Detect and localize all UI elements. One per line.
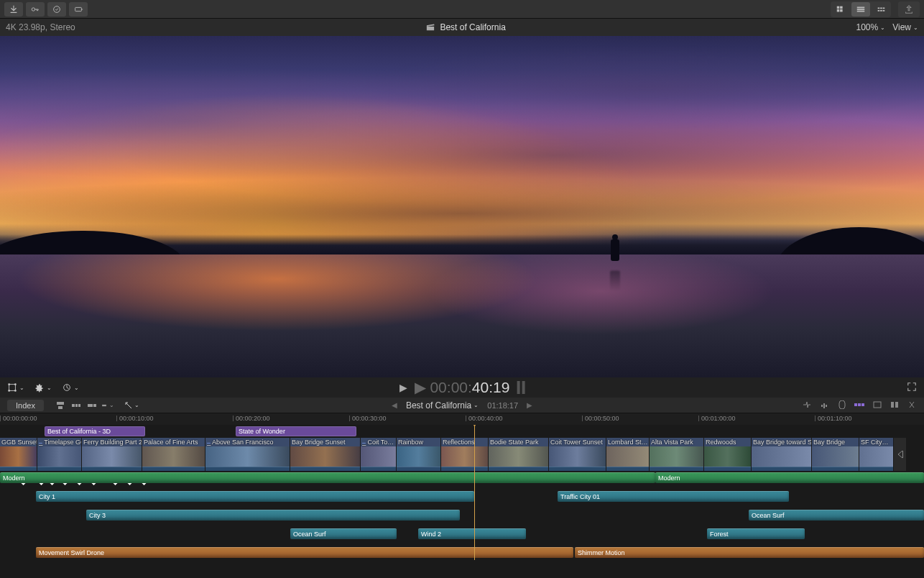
- svg-rect-9: [857, 10, 865, 12]
- video-clip[interactable]: Reflections: [441, 438, 489, 471]
- viewer-title: Best of California: [440, 22, 505, 32]
- svg-rect-18: [72, 404, 75, 407]
- svg-rect-3: [837, 6, 840, 9]
- audio-meters-icon[interactable]: [517, 381, 525, 394]
- video-clip[interactable]: ⎯ Above San Francisco: [205, 438, 290, 471]
- primary-storyline[interactable]: GGB Sunset⎯ Timelapse GGBFerry Building …: [0, 438, 924, 471]
- audio-track[interactable]: City 1Traffic City 01: [0, 491, 924, 503]
- video-clip[interactable]: Coit Tower Sunset: [549, 438, 606, 471]
- project-prev-icon[interactable]: ◀: [392, 401, 397, 409]
- video-clip[interactable]: ⎯ Coit To…: [361, 438, 397, 471]
- svg-rect-5: [837, 9, 840, 12]
- ruler-tick: 00:00:30:00: [349, 415, 387, 422]
- ruler-tick: 00:00:50:00: [582, 415, 619, 422]
- svg-rect-27: [874, 402, 881, 408]
- video-clip[interactable]: SF City…: [859, 438, 894, 471]
- transport-bar: ⌄ ⌄ ⌄ ▶ ▶ 00:00:40:19: [0, 377, 924, 398]
- title-clip[interactable]: Best of California - 3D: [45, 426, 145, 436]
- timeline-ruler[interactable]: 00:00:00:0000:00:10:0000:00:20:0000:00:3…: [0, 413, 924, 425]
- video-clip[interactable]: Bay Bridge Sunset: [290, 438, 361, 471]
- transform-dropdown[interactable]: ⌄: [7, 382, 24, 393]
- keyword-icon[interactable]: [26, 2, 45, 17]
- timeline-end-icon: [894, 438, 907, 471]
- svg-rect-28: [891, 402, 894, 408]
- svg-rect-7: [857, 6, 865, 8]
- video-clip[interactable]: Alta Vista Park: [650, 438, 704, 471]
- project-bar: Index ⌄ ⌄ ◀ Best of California ⌄ 01:18:1…: [0, 398, 924, 413]
- video-viewer[interactable]: [0, 36, 924, 377]
- video-clip[interactable]: Bay Bridge: [812, 438, 859, 471]
- audio-clip[interactable]: City 1: [36, 491, 474, 502]
- browser-layout-group: [831, 1, 891, 17]
- video-clip[interactable]: Palace of Fine Arts: [142, 438, 205, 471]
- list-view-icon[interactable]: [851, 2, 870, 17]
- insert-clip-icon[interactable]: [70, 400, 83, 411]
- snapping-icon[interactable]: [854, 400, 865, 410]
- play-icon[interactable]: ▶: [399, 382, 407, 393]
- enhancements-icon[interactable]: [69, 2, 88, 17]
- music-clip[interactable]: Modern: [655, 472, 924, 483]
- audio-clip[interactable]: Movement Swirl Drone: [36, 547, 573, 558]
- audio-clip[interactable]: Forest: [707, 528, 805, 539]
- audio-clip[interactable]: Shimmer Motion: [575, 547, 924, 558]
- svg-rect-21: [88, 404, 93, 407]
- music-track[interactable]: ModernModern: [0, 472, 924, 484]
- clip-appearance-icon[interactable]: [872, 400, 882, 410]
- tools-dropdown[interactable]: ⌄: [124, 401, 139, 410]
- import-icon[interactable]: [4, 2, 23, 17]
- append-clip-icon[interactable]: [86, 400, 98, 411]
- audio-clip[interactable]: Wind 2: [418, 528, 526, 539]
- timeline[interactable]: Best of California - 3DState of Wonder G…: [0, 425, 924, 560]
- audio-skimming-icon[interactable]: [819, 400, 829, 410]
- trim-icon[interactable]: [907, 400, 917, 410]
- skimming-icon[interactable]: [802, 400, 812, 410]
- video-clip[interactable]: ⎯ Timelapse GGB: [37, 438, 82, 471]
- ruler-tick: 00:01:00:00: [698, 415, 736, 422]
- video-clip[interactable]: Bodie State Park: [489, 438, 549, 471]
- video-clip[interactable]: Ferry Building Part 2: [82, 438, 142, 471]
- audio-clip[interactable]: Ocean Surf: [290, 528, 397, 539]
- filmstrip-view-icon[interactable]: [872, 2, 890, 17]
- svg-rect-30: [902, 451, 903, 458]
- svg-rect-19: [75, 404, 78, 407]
- title-clip[interactable]: State of Wonder: [236, 426, 356, 436]
- audio-clip[interactable]: City 3: [86, 510, 460, 520]
- index-button[interactable]: Index: [7, 400, 44, 411]
- audio-track[interactable]: Movement Swirl DroneShimmer Motion: [0, 547, 924, 559]
- video-clip[interactable]: Bay Bridge toward SF: [752, 438, 812, 471]
- background-tasks-icon[interactable]: [47, 2, 66, 17]
- view-dropdown[interactable]: View ⌄: [892, 22, 918, 32]
- solo-icon[interactable]: [836, 400, 846, 410]
- retime-dropdown[interactable]: ⌄: [34, 382, 52, 393]
- video-clip[interactable]: GGB Sunset: [0, 438, 37, 471]
- audio-track[interactable]: Ocean SurfWind 2Forest: [0, 528, 924, 540]
- connect-clip-icon[interactable]: [54, 400, 67, 411]
- project-next-icon[interactable]: ▶: [527, 401, 532, 409]
- zoom-dropdown[interactable]: 100% ⌄: [856, 22, 886, 32]
- project-name-dropdown[interactable]: Best of California ⌄: [406, 400, 479, 410]
- enhance-dropdown[interactable]: ⌄: [62, 382, 79, 393]
- share-icon[interactable]: [898, 1, 920, 17]
- overwrite-clip-dropdown[interactable]: ⌄: [101, 400, 114, 411]
- svg-rect-25: [858, 403, 861, 406]
- video-clip[interactable]: Lombard St…: [606, 438, 650, 471]
- svg-point-0: [32, 7, 34, 10]
- timecode-display[interactable]: ▶ 00:00:40:19: [415, 379, 510, 396]
- video-clip[interactable]: Rainbow: [397, 438, 441, 471]
- audio-clip[interactable]: Ocean Surf: [749, 510, 924, 520]
- audio-clip[interactable]: Traffic City 01: [558, 491, 789, 502]
- svg-point-1: [54, 6, 60, 12]
- svg-point-14: [14, 390, 17, 392]
- svg-rect-6: [840, 9, 843, 12]
- ruler-tick: 00:00:10:00: [116, 415, 154, 422]
- audio-track[interactable]: City 3Ocean Surf: [0, 510, 924, 521]
- lanes-icon[interactable]: [890, 400, 900, 410]
- music-clip[interactable]: Modern: [0, 472, 655, 483]
- top-toolbar: [0, 0, 924, 19]
- fullscreen-icon[interactable]: [907, 382, 917, 393]
- viewer-info-bar: 4K 23.98p, Stereo Best of California 100…: [0, 19, 924, 36]
- titles-track[interactable]: Best of California - 3DState of Wonder: [0, 426, 924, 436]
- video-clip[interactable]: Redwoods: [704, 438, 752, 471]
- svg-rect-2: [75, 7, 82, 11]
- clip-view-icon[interactable]: [831, 2, 850, 17]
